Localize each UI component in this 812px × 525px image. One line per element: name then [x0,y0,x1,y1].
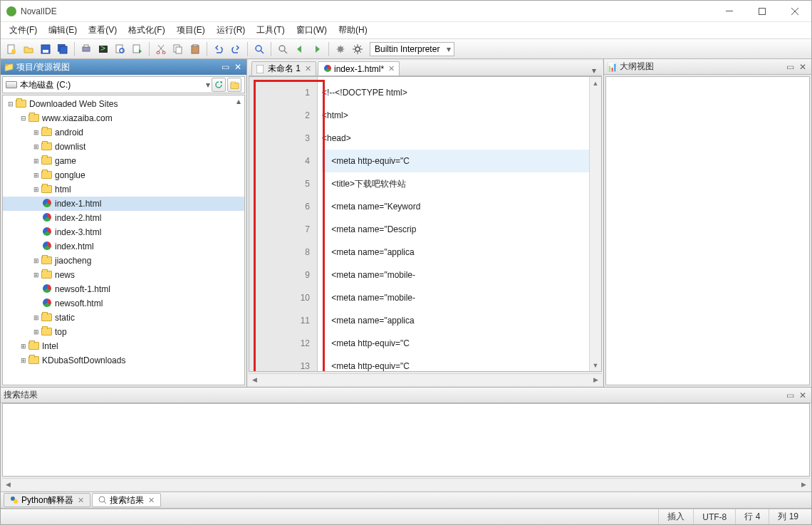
tree-item[interactable]: ⊞top [3,325,244,339]
expand-icon[interactable]: ⊞ [31,170,41,180]
tab-close-icon[interactable]: ✕ [388,64,395,73]
tree-item-label: www.xiazaiba.com [42,113,113,123]
expand-icon[interactable]: ⊞ [31,128,41,137]
tree-item[interactable]: index-3.html [3,225,244,239]
menu-r[interactable]: 运行(R) [211,22,251,38]
tab-close-icon[interactable]: ✕ [78,496,84,505]
expand-icon[interactable]: ⊞ [31,327,41,337]
collapse-icon[interactable]: ⊟ [19,113,28,123]
editor-vscrollbar[interactable]: ▲ ▼ [589,77,601,371]
expand-icon[interactable]: ⊞ [19,341,28,351]
editor-hscrollbar[interactable]: ◀ ▶ [249,373,602,385]
cut-button[interactable] [153,41,169,57]
scroll-down-icon[interactable]: ▼ [590,359,601,371]
maximize-button[interactable] [746,1,779,21]
undo-button[interactable] [211,41,227,57]
tree-item[interactable]: ⊟www.xiazaiba.com [3,111,244,125]
menu-e[interactable]: 编辑(E) [43,22,83,38]
tree-item[interactable]: index.html [3,239,244,254]
panel-close-icon[interactable]: ✕ [232,61,244,73]
tree-item[interactable]: newsoft-1.html [3,282,244,296]
debug-button[interactable] [333,41,348,57]
editor-area[interactable]: 12345678910111213 <!--<!DOCTYPE html><ht… [249,76,602,372]
terminal-button[interactable]: > [95,41,111,57]
tree-item[interactable]: ⊞news [3,268,244,282]
save-all-button[interactable] [55,41,71,57]
tree-item[interactable]: ⊞html [3,182,244,197]
editor-tab[interactable]: 未命名 1✕ [251,61,316,76]
run-script-button[interactable] [130,41,145,57]
collapse-icon[interactable]: ⊟ [6,99,16,109]
interpreter-select[interactable]: Builtin Interpreter [370,42,454,56]
scroll-right-icon[interactable]: ▶ [590,374,602,385]
scroll-up-icon[interactable]: ▴ [233,95,244,107]
expand-icon[interactable]: ⊞ [31,184,41,194]
tree-item[interactable]: index-2.html [3,211,244,225]
folder-button[interactable] [227,78,241,92]
refresh-button[interactable] [212,78,226,92]
menu-f[interactable]: 格式化(F) [123,22,170,38]
tree-item[interactable]: ⊟Downloaded Web Sites [3,97,244,111]
tree-item[interactable]: ⊞game [3,154,244,168]
find-button[interactable] [275,41,291,57]
expand-icon[interactable]: ⊞ [31,270,41,280]
save-button[interactable] [38,41,53,57]
panel-minimize-icon[interactable]: ▭ [784,61,796,73]
tabs-dropdown-icon[interactable]: ▾ [589,66,599,76]
scroll-right-icon[interactable]: ▶ [798,479,810,490]
menu-t[interactable]: 工具(T) [251,22,290,38]
menu-h[interactable]: 帮助(H) [333,22,373,38]
bottom-tab[interactable]: Python解释器✕ [4,493,90,507]
panel-minimize-icon[interactable]: ▭ [219,61,231,73]
open-file-button[interactable] [21,41,36,57]
tree-item[interactable]: index-1.html [3,197,244,211]
tree-item[interactable]: ⊞gonglue [3,168,244,182]
twisty-none [31,213,41,223]
scroll-left-icon[interactable]: ◀ [249,374,261,385]
new-file-button[interactable] [4,41,19,57]
settings-button[interactable] [350,41,365,57]
tree-item[interactable]: ⊞static [3,311,244,325]
zoom-out-button[interactable] [251,41,267,57]
minimize-button[interactable] [713,1,746,21]
drive-selector[interactable]: 本地磁盘 (C:) ▾ [2,76,245,93]
menu-v[interactable]: 查看(V) [83,22,123,38]
tree-item[interactable]: ⊞KDubaSoftDownloads [3,353,244,368]
close-button[interactable] [779,1,811,21]
scroll-left-icon[interactable]: ◀ [2,479,14,490]
menu-w[interactable]: 窗口(W) [291,22,333,38]
expand-icon[interactable]: ⊞ [31,256,41,266]
paste-button[interactable] [187,41,203,57]
svg-point-29 [99,497,105,502]
bottom-tab[interactable]: 搜索结果✕ [92,493,161,507]
expand-icon[interactable]: ⊞ [19,355,28,365]
search-hscrollbar[interactable]: ◀ ▶ [2,478,810,490]
tree-item[interactable]: ⊞downlist [3,140,244,154]
copy-button[interactable] [170,41,186,57]
tab-close-icon[interactable]: ✕ [148,496,155,505]
tree-item[interactable]: ⊞Intel [3,339,244,353]
expand-icon[interactable]: ⊞ [31,156,41,166]
find-in-files-button[interactable] [113,41,128,57]
folder-icon [41,128,53,137]
expand-icon[interactable]: ⊞ [31,142,41,152]
tree-item[interactable]: newsoft.html [3,296,244,311]
redo-button[interactable] [228,41,244,57]
file-tree[interactable]: ▴ ⊟Downloaded Web Sites⊟www.xiazaiba.com… [2,95,245,385]
panel-close-icon[interactable]: ✕ [797,61,808,73]
print-button[interactable] [78,41,94,57]
tab-close-icon[interactable]: ✕ [305,64,311,73]
tree-item[interactable]: ⊞jiaocheng [3,254,244,268]
menu-e[interactable]: 项目(E) [171,22,211,38]
expand-icon[interactable]: ⊞ [31,313,41,323]
panel-close-icon[interactable]: ✕ [797,390,808,401]
scroll-up-icon[interactable]: ▲ [590,77,601,89]
tree-item[interactable]: ⊞android [3,125,244,140]
code-area[interactable]: <!--<!DOCTYPE html><html><head> <meta ht… [318,77,589,371]
svg-rect-7 [60,46,67,53]
forward-button[interactable] [309,41,325,57]
editor-tab[interactable]: index-1.html*✕ [318,61,400,76]
menu-f[interactable]: 文件(F) [4,22,43,38]
panel-minimize-icon[interactable]: ▭ [784,390,796,401]
back-button[interactable] [292,41,308,57]
